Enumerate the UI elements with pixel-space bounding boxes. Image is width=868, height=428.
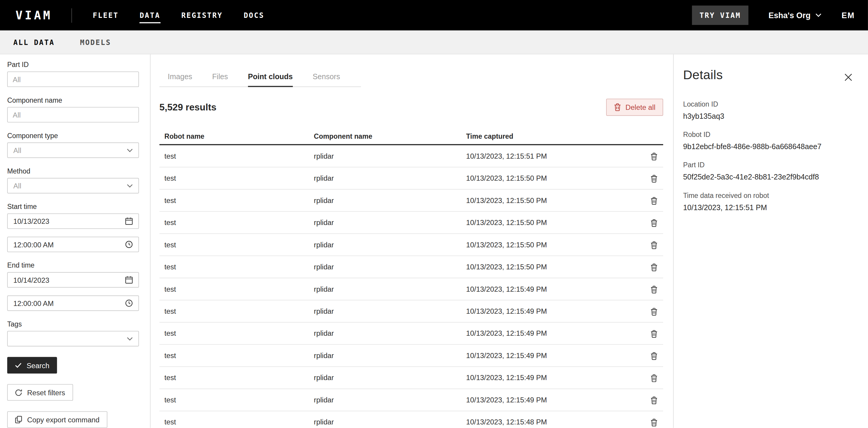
tags-select[interactable] bbox=[7, 331, 139, 346]
calendar-icon[interactable] bbox=[125, 217, 133, 225]
row-delete-button[interactable] bbox=[648, 350, 663, 361]
column-component-name: Component name bbox=[314, 133, 466, 140]
top-nav-right: TRY VIAM Esha's Org EM bbox=[692, 6, 855, 25]
cell-component-name: rplidar bbox=[314, 263, 466, 271]
table-row[interactable]: test rplidar 10/13/2023, 12:15:49 PM bbox=[159, 345, 663, 367]
details-field-label: Location ID bbox=[683, 100, 855, 108]
details-panel: Details Location ID h3yb135aq3 Robot ID … bbox=[674, 54, 868, 428]
cell-robot-name: test bbox=[164, 307, 314, 315]
delete-all-label: Delete all bbox=[625, 103, 655, 111]
table-row[interactable]: test rplidar 10/13/2023, 12:15:49 PM bbox=[159, 278, 663, 300]
component-type-value: All bbox=[13, 146, 22, 154]
cell-robot-name: test bbox=[164, 240, 314, 249]
table-row[interactable]: test rplidar 10/13/2023, 12:15:51 PM bbox=[159, 145, 663, 167]
row-delete-button[interactable] bbox=[648, 394, 663, 406]
cell-robot-name: test bbox=[164, 152, 314, 160]
cell-component-name: rplidar bbox=[314, 329, 466, 338]
viam-logo[interactable]: VIAM bbox=[16, 9, 52, 22]
data-main-panel: Images Files Point clouds Sensors 5,529 … bbox=[151, 54, 674, 428]
subnav-tab[interactable]: MODELS bbox=[80, 38, 111, 47]
row-delete-button[interactable] bbox=[648, 328, 663, 339]
nav-item[interactable]: FLEET bbox=[93, 8, 119, 23]
details-field-value: 50f25de2-5a3c-41e2-8b81-23e2f9b4cdf8 bbox=[683, 173, 855, 181]
end-time-label: End time bbox=[7, 262, 139, 269]
data-type-tab[interactable]: Point clouds bbox=[248, 69, 293, 87]
details-field-label: Time data received on robot bbox=[683, 192, 855, 199]
end-time-value: 12:00:00 AM bbox=[13, 299, 54, 308]
start-time-value: 12:00:00 AM bbox=[13, 240, 54, 249]
close-icon[interactable] bbox=[842, 71, 855, 84]
calendar-icon[interactable] bbox=[125, 276, 133, 284]
details-field-label: Robot ID bbox=[683, 131, 855, 138]
data-type-tab[interactable]: Sensors bbox=[313, 69, 340, 87]
tags-label: Tags bbox=[7, 320, 139, 328]
row-delete-button[interactable] bbox=[648, 195, 663, 206]
start-time-label: Start time bbox=[7, 203, 139, 211]
table-row[interactable]: test rplidar 10/13/2023, 12:15:49 PM bbox=[159, 389, 663, 411]
try-viam-button[interactable]: TRY VIAM bbox=[692, 6, 748, 25]
table-row[interactable]: test rplidar 10/13/2023, 12:15:49 PM bbox=[159, 323, 663, 345]
component-name-input[interactable] bbox=[7, 107, 139, 122]
table-row[interactable]: test rplidar 10/13/2023, 12:15:50 PM bbox=[159, 234, 663, 256]
chevron-down-icon bbox=[127, 183, 132, 188]
row-delete-button[interactable] bbox=[648, 417, 663, 428]
delete-all-button[interactable]: Delete all bbox=[606, 98, 663, 116]
data-type-tab[interactable]: Files bbox=[212, 69, 228, 87]
table-row[interactable]: test rplidar 10/13/2023, 12:15:50 PM bbox=[159, 167, 663, 189]
filters-sidebar: Part ID Component name Component type Al… bbox=[0, 54, 151, 428]
table-row[interactable]: test rplidar 10/13/2023, 12:15:50 PM bbox=[159, 190, 663, 211]
search-button[interactable]: Search bbox=[7, 357, 57, 374]
cell-component-name: rplidar bbox=[314, 396, 466, 404]
cell-robot-name: test bbox=[164, 374, 314, 382]
table-row[interactable]: test rplidar 10/13/2023, 12:15:49 PM bbox=[159, 367, 663, 389]
end-date-input[interactable]: 10/14/2023 bbox=[7, 272, 139, 287]
data-subnav: ALL DATA MODELS bbox=[0, 30, 868, 54]
end-time-input[interactable]: 12:00:00 AM bbox=[7, 295, 139, 311]
row-delete-button[interactable] bbox=[648, 172, 663, 184]
cell-robot-name: test bbox=[164, 219, 314, 227]
row-delete-button[interactable] bbox=[648, 372, 663, 384]
details-field: Robot ID 9b12ebcf-bfe8-486e-988b-6a66864… bbox=[683, 131, 855, 151]
cell-component-name: rplidar bbox=[314, 374, 466, 382]
org-switcher[interactable]: Esha's Org bbox=[768, 11, 822, 20]
start-date-input[interactable]: 10/13/2023 bbox=[7, 213, 139, 229]
results-header: 5,529 results Delete all bbox=[159, 98, 663, 116]
user-menu[interactable]: EM bbox=[841, 11, 855, 20]
reset-filters-button[interactable]: Reset filters bbox=[7, 384, 73, 401]
copy-export-command-button[interactable]: Copy export command bbox=[7, 411, 107, 428]
start-time-input[interactable]: 12:00:00 AM bbox=[7, 237, 139, 252]
nav-item[interactable]: DATA bbox=[140, 8, 160, 23]
details-field-value: 10/13/2023, 12:15:51 PM bbox=[683, 203, 855, 211]
row-delete-button[interactable] bbox=[648, 239, 663, 251]
cell-time-captured: 10/13/2023, 12:15:49 PM bbox=[466, 374, 641, 382]
clock-icon[interactable] bbox=[125, 299, 133, 307]
details-field-label: Part ID bbox=[683, 161, 855, 169]
row-delete-button[interactable] bbox=[648, 150, 663, 162]
copy-icon bbox=[15, 416, 22, 424]
row-delete-button[interactable] bbox=[648, 283, 663, 295]
part-id-input[interactable] bbox=[7, 72, 139, 87]
row-delete-button[interactable] bbox=[648, 305, 663, 317]
table-row[interactable]: test rplidar 10/13/2023, 12:15:48 PM bbox=[159, 411, 663, 428]
results-count: 5,529 results bbox=[159, 102, 216, 113]
cell-time-captured: 10/13/2023, 12:15:49 PM bbox=[466, 396, 641, 404]
cell-robot-name: test bbox=[164, 418, 314, 426]
row-delete-button[interactable] bbox=[648, 217, 663, 228]
data-type-tab[interactable]: Images bbox=[168, 69, 192, 87]
method-select[interactable]: All bbox=[7, 178, 139, 194]
cell-time-captured: 10/13/2023, 12:15:49 PM bbox=[466, 329, 641, 338]
nav-item[interactable]: REGISTRY bbox=[181, 8, 223, 23]
clock-icon[interactable] bbox=[125, 240, 133, 248]
cell-time-captured: 10/13/2023, 12:15:50 PM bbox=[466, 263, 641, 271]
table-row[interactable]: test rplidar 10/13/2023, 12:15:49 PM bbox=[159, 300, 663, 322]
method-value: All bbox=[13, 181, 22, 190]
table-row[interactable]: test rplidar 10/13/2023, 12:15:50 PM bbox=[159, 211, 663, 234]
table-row[interactable]: test rplidar 10/13/2023, 12:15:50 PM bbox=[159, 256, 663, 278]
subnav-tab[interactable]: ALL DATA bbox=[13, 38, 55, 47]
component-type-select[interactable]: All bbox=[7, 143, 139, 158]
row-delete-button[interactable] bbox=[648, 261, 663, 273]
cell-robot-name: test bbox=[164, 196, 314, 204]
search-button-label: Search bbox=[27, 361, 49, 369]
details-field-value: 9b12ebcf-bfe8-486e-988b-6a668648aee7 bbox=[683, 143, 855, 151]
nav-item[interactable]: DOCS bbox=[244, 8, 264, 23]
